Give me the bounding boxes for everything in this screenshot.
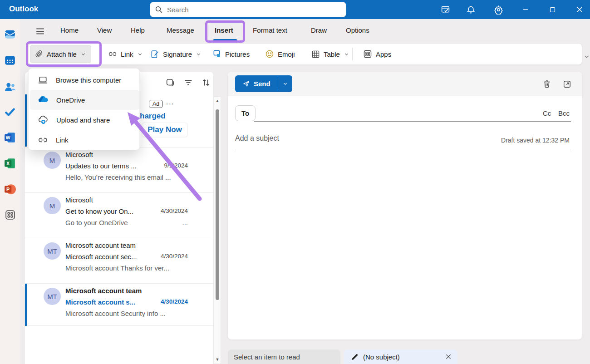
tab-help[interactable]: Help xyxy=(131,26,145,34)
close-draft-icon[interactable] xyxy=(445,353,452,360)
notifications-icon[interactable] xyxy=(465,4,477,15)
to-button[interactable]: To xyxy=(235,105,256,121)
link-icon xyxy=(108,49,117,59)
ad-more-icon[interactable]: ... xyxy=(166,98,175,106)
scroll-down-icon[interactable]: ▼ xyxy=(215,357,220,362)
todo-app-icon[interactable] xyxy=(4,106,16,118)
tab-format-text[interactable]: Format text xyxy=(253,26,287,34)
email-preview: Go to your OneDrive xyxy=(65,219,128,226)
send-split-button[interactable]: Send xyxy=(235,75,292,92)
search-box[interactable] xyxy=(150,2,346,17)
signature-button[interactable]: Signature xyxy=(146,45,206,63)
calendar-app-icon[interactable] xyxy=(4,54,16,66)
pictures-label: Pictures xyxy=(225,50,250,58)
pictures-button[interactable]: Pictures xyxy=(208,45,254,63)
more-apps-icon[interactable] xyxy=(4,209,16,221)
tab-insert[interactable]: Insert xyxy=(215,26,233,34)
avatar: MT xyxy=(44,288,61,305)
emoji-icon xyxy=(265,49,274,59)
pencil-icon xyxy=(351,353,359,361)
link-icon xyxy=(38,135,48,145)
sort-icon[interactable] xyxy=(200,77,212,89)
signature-label: Signature xyxy=(163,50,192,58)
reading-pane-tab-label: Select an item to read xyxy=(234,353,300,361)
apps-button[interactable]: Apps xyxy=(359,45,396,63)
tab-options[interactable]: Options xyxy=(346,26,369,34)
draft-tab[interactable]: (No subject) xyxy=(344,349,457,364)
email-date: 4/30/2024 xyxy=(161,298,188,306)
search-input[interactable] xyxy=(167,6,341,14)
reading-pane-tab[interactable]: Select an item to read xyxy=(228,349,340,364)
settings-gear-icon[interactable] xyxy=(492,4,504,15)
search-icon xyxy=(155,5,163,14)
filter-icon[interactable] xyxy=(182,77,194,89)
scroll-up-icon[interactable]: ▲ xyxy=(215,98,220,103)
menu-item-onedrive[interactable]: OneDrive xyxy=(30,90,139,110)
emoji-label: Emoji xyxy=(278,50,295,58)
hamburger-menu-icon[interactable] xyxy=(34,26,46,36)
app-rail: W X P xyxy=(0,19,20,364)
message-body-area[interactable] xyxy=(235,156,571,333)
email-list-item[interactable]: M Microsoft Get to know your On...4/30/2… xyxy=(25,193,213,238)
open-in-new-window-icon[interactable] xyxy=(561,78,573,90)
email-preview-ellipsis: ... xyxy=(182,219,188,226)
onedrive-cloud-icon xyxy=(38,94,49,105)
table-button[interactable]: Table xyxy=(307,45,354,63)
link-label: Link xyxy=(121,50,133,58)
powerpoint-app-icon[interactable]: P xyxy=(4,183,16,195)
select-messages-icon[interactable] xyxy=(164,77,176,89)
compose-header: Send xyxy=(228,72,582,96)
send-options-chevron-icon[interactable] xyxy=(278,75,292,92)
email-preview: Hello, You’re receiving this email ... xyxy=(65,173,171,181)
to-field-underline[interactable] xyxy=(254,121,571,122)
apps-label: Apps xyxy=(376,50,391,58)
bcc-button[interactable]: Bcc xyxy=(558,109,570,117)
scrollbar-thumb[interactable] xyxy=(216,109,219,300)
attach-file-button[interactable]: Attach file xyxy=(30,45,91,63)
ad-play-now-button[interactable]: Play Now xyxy=(142,123,188,137)
ad-badge: Ad xyxy=(149,100,163,108)
table-label: Table xyxy=(324,50,340,58)
email-date: 9/1/2024 xyxy=(164,162,188,170)
compose-pane: Send To Cc Bcc Draft saved at 12:32 PM xyxy=(228,72,582,339)
email-sender: Microsoft xyxy=(65,196,93,204)
apps-grid-icon xyxy=(363,49,372,59)
list-scrollbar[interactable]: ▲ ▼ xyxy=(214,96,221,364)
tab-message[interactable]: Message xyxy=(167,26,194,34)
email-list-item-selected[interactable]: MT Microsoft account team Microsoft acco… xyxy=(25,284,213,326)
avatar: M xyxy=(44,152,61,169)
subject-field[interactable] xyxy=(235,134,462,143)
link-button[interactable]: Link xyxy=(103,45,148,63)
emoji-button[interactable]: Emoji xyxy=(261,45,300,63)
discard-trash-icon[interactable] xyxy=(541,78,553,90)
tab-view[interactable]: View xyxy=(97,26,112,34)
tab-home[interactable]: Home xyxy=(60,26,79,34)
excel-app-icon[interactable]: X xyxy=(4,157,16,169)
people-app-icon[interactable] xyxy=(4,81,16,93)
menu-item-upload-and-share[interactable]: Upload and share xyxy=(30,110,139,130)
close-icon[interactable] xyxy=(574,4,585,15)
email-preview: Microsoft account Security info ... xyxy=(65,310,166,317)
word-app-icon[interactable]: W xyxy=(4,132,16,143)
ad-headline[interactable]: harged xyxy=(140,112,166,121)
feedback-icon[interactable] xyxy=(439,4,451,15)
maximize-icon[interactable] xyxy=(546,4,558,15)
laptop-icon xyxy=(38,75,48,85)
email-list-item[interactable]: M Microsoft Updates to our terms ...9/1/… xyxy=(25,148,213,193)
email-subject: Microsoft account s... xyxy=(65,298,135,306)
ribbon-collapse-icon[interactable] xyxy=(584,54,590,60)
menu-item-link[interactable]: Link xyxy=(30,130,139,150)
attach-file-label: Attach file xyxy=(47,50,77,58)
tab-draw[interactable]: Draw xyxy=(311,26,327,34)
menu-item-label: Link xyxy=(56,136,69,144)
chevron-down-icon xyxy=(80,51,86,57)
menu-item-browse-this-computer[interactable]: Browse this computer xyxy=(30,70,139,90)
minimize-icon[interactable] xyxy=(520,4,531,15)
cc-button[interactable]: Cc xyxy=(543,109,551,117)
chevron-down-icon xyxy=(344,51,349,57)
mail-app-icon[interactable] xyxy=(4,28,16,40)
signature-icon xyxy=(151,50,159,59)
avatar: MT xyxy=(44,242,61,260)
email-list-item[interactable]: MT Microsoft account team Microsoft acco… xyxy=(25,238,213,284)
send-button[interactable]: Send xyxy=(235,75,278,92)
